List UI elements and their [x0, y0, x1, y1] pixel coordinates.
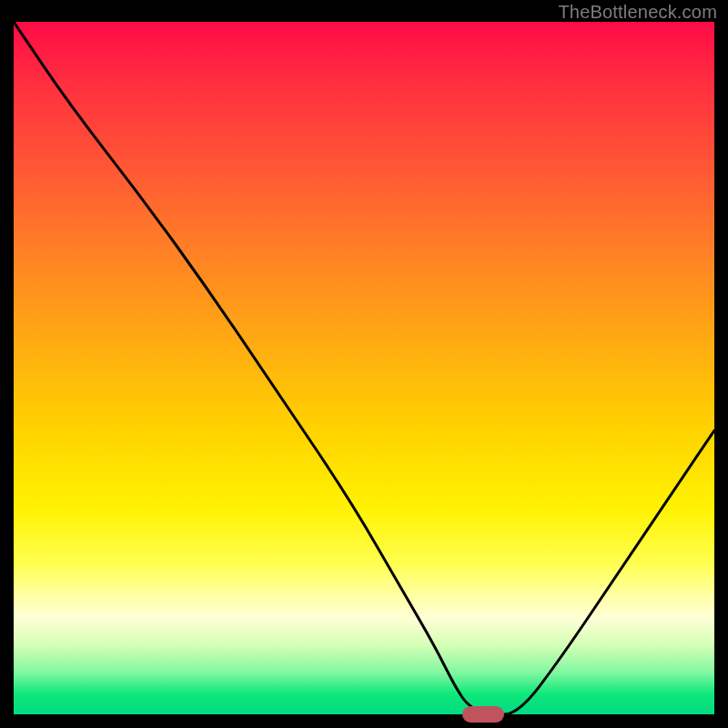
- bottleneck-curve: [14, 22, 714, 714]
- attribution-text: TheBottleneck.com: [558, 2, 717, 23]
- chart-frame: TheBottleneck.com: [0, 0, 728, 728]
- plot-area: [14, 22, 714, 714]
- optimum-marker: [462, 706, 504, 723]
